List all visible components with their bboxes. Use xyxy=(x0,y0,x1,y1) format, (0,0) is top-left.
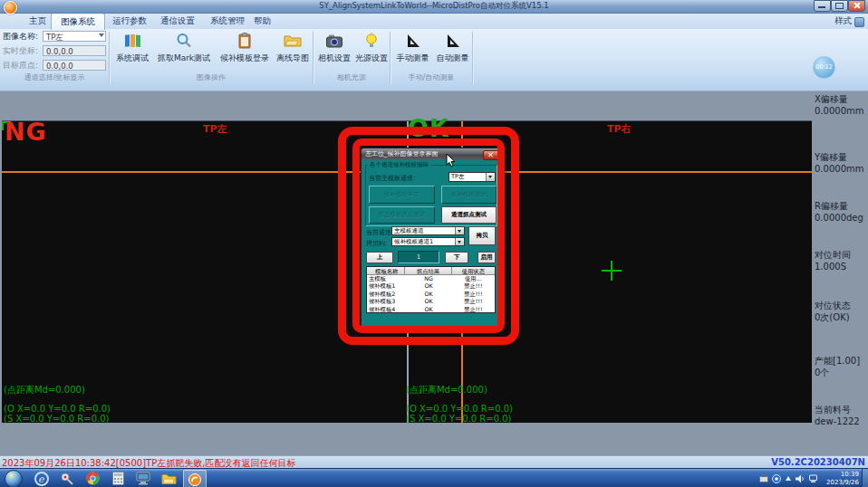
group-caption-channel: 通道选择/坐标显示 xyxy=(0,72,109,82)
svg-text:e: e xyxy=(38,473,45,485)
x-offset-item: X偏移量0.0000mm xyxy=(815,94,863,117)
table-row[interactable]: 候补模板4OK禁止!!! xyxy=(367,306,495,313)
dialog-close-button[interactable] xyxy=(483,150,499,161)
close-button[interactable] xyxy=(848,0,865,12)
align-app-taskbar-button[interactable] xyxy=(183,470,207,487)
tab-comm-settings[interactable]: 通信设置 xyxy=(151,13,204,29)
title-bar: SY_AlignSystemLinkToWorld--MicroDistPro自… xyxy=(0,0,868,14)
up-arrow-icon[interactable] xyxy=(785,475,792,482)
chrome-icon[interactable] xyxy=(82,470,103,487)
dialog-title[interactable]: 左工位_候补图像登录界面 xyxy=(362,148,501,160)
tab-run-params[interactable]: 运行参数 xyxy=(103,13,156,29)
app-tray-icon[interactable] xyxy=(772,474,781,483)
ie-icon[interactable]: e xyxy=(31,470,53,487)
align-time-item: 对位时间1.000S xyxy=(815,250,851,272)
speaker-icon[interactable] xyxy=(796,474,805,483)
calculator-icon[interactable] xyxy=(107,470,129,487)
set-square-icon xyxy=(405,31,421,51)
up-button[interactable]: 上 xyxy=(366,252,393,263)
computer-icon[interactable] xyxy=(132,470,154,487)
table-row[interactable]: 候补模板2OK禁止!!! xyxy=(367,291,495,298)
camera-icon xyxy=(325,31,343,51)
folder-icon[interactable] xyxy=(158,470,179,487)
clipboard-icon xyxy=(237,31,252,51)
maximize-icon xyxy=(835,3,844,9)
candidate-template-learn-button[interactable]: 候补模板学习 xyxy=(369,186,435,204)
realtime-coord-value: 0.0,0.0 xyxy=(43,45,106,56)
chevron-down-icon xyxy=(99,33,104,40)
style-icon[interactable] xyxy=(854,17,864,27)
groupbox-label: 各个通道候补模板编辑 xyxy=(368,161,430,169)
image-name-label: 图像名称: xyxy=(3,31,38,42)
mouse-cursor-icon xyxy=(446,154,457,172)
candidate-image-dialog: 左工位_候补图像登录界面 各个通道候补模板编辑 当前主模板通道: TP左 候补模… xyxy=(361,148,502,327)
books-icon xyxy=(123,31,141,51)
application-window: SY_AlignSystemLinkToWorld--MicroDistPro自… xyxy=(0,0,868,487)
show-desktop-button[interactable] xyxy=(862,469,868,487)
enable-button[interactable]: 启用 xyxy=(477,252,496,263)
align-status-item: 对位状态0次(OK) xyxy=(815,301,851,323)
timer-badge: 00:12 xyxy=(813,56,835,79)
manual-measure-button[interactable]: 手动测量 xyxy=(393,31,432,71)
chevron-down-icon xyxy=(455,238,464,245)
version-text: V50.2C20230407N xyxy=(771,457,865,467)
image-name-select[interactable]: TP左 xyxy=(43,31,106,42)
set-square-icon xyxy=(445,31,461,51)
candidate-template-test-button[interactable]: 候补模板测试 xyxy=(441,186,497,204)
window-title: SY_AlignSystemLinkToWorld--MicroDistPro自… xyxy=(0,1,868,12)
y-offset-item: Y偏移量0.0000mm xyxy=(815,152,863,175)
magnifier-icon xyxy=(176,31,192,51)
bulb-icon xyxy=(364,31,379,51)
taskbar-clock[interactable]: 10:39 2023/9/26 xyxy=(826,471,859,486)
folder-icon xyxy=(284,31,302,51)
minimize-button[interactable] xyxy=(814,0,831,12)
target-origin-label: 目标原点: xyxy=(3,60,38,71)
realtime-coord-label: 实时坐标: xyxy=(3,45,38,56)
light-settings-button[interactable]: 光源设置 xyxy=(353,31,390,71)
network-icon[interactable] xyxy=(809,474,819,483)
offline-map-button[interactable]: 离线导图 xyxy=(274,31,312,71)
table-row[interactable]: 候补模板1OK禁止!!! xyxy=(367,282,495,290)
template-table[interactable]: 模板名称 抓点结果 使用状态 主模板NG使用... 候补模板1OK禁止!!! 候… xyxy=(366,266,496,313)
copy-to-label: 拷贝到: xyxy=(366,239,387,248)
template-index-field[interactable]: 1 xyxy=(398,251,439,263)
left-readout-md: (点距离Md=0.000) xyxy=(4,384,85,396)
chevron-down-icon xyxy=(486,173,495,181)
tab-help[interactable]: 帮助 xyxy=(245,13,280,29)
ok-status-text: OK xyxy=(408,114,449,142)
current-channel-select[interactable]: 主模板通道 xyxy=(391,226,465,235)
table-row[interactable]: 候补模板3OK禁止!!! xyxy=(367,298,495,305)
table-header: 模板名称 抓点结果 使用状态 xyxy=(367,267,495,275)
main-template-channel-select[interactable]: TP左 xyxy=(448,172,496,182)
left-readout-o: (O X=0.0 Y=0.0 R=0.0) xyxy=(4,404,111,414)
tp-right-label: TP右 xyxy=(607,122,632,136)
remote-tool-icon[interactable] xyxy=(56,470,78,487)
camera-settings-button[interactable]: 相机设置 xyxy=(316,31,352,71)
system-debug-button[interactable]: 系统调试 xyxy=(112,31,152,71)
copy-to-select[interactable]: 候补模板通道1 xyxy=(391,237,465,246)
channel-grab-test-button[interactable]: 通道抓点测试 xyxy=(441,206,497,224)
auto-measure-button[interactable]: 自动测量 xyxy=(433,31,472,71)
briefcase-icon[interactable] xyxy=(759,474,768,482)
ng-status-text: NG xyxy=(5,118,47,146)
r-offset-item: R偏移量0.0000deg xyxy=(815,201,863,224)
group-caption-measure: 手动/自动测量 xyxy=(391,72,472,82)
center-readout-o: (O X=0.0 Y=0.0 R=0.0) xyxy=(406,404,513,414)
candidate-grab-test-button[interactable]: 候选模板抓点测试 xyxy=(369,206,435,224)
down-button[interactable]: 下 xyxy=(445,252,468,263)
chevron-down-icon xyxy=(455,227,464,234)
target-origin-value: 0.0,0.0 xyxy=(43,60,106,71)
copy-button[interactable]: 拷贝 xyxy=(468,226,496,245)
center-readout-md: (点距离Md=0.000) xyxy=(406,384,487,396)
capacity-item: 产能[1.00]0个 xyxy=(815,356,860,378)
style-button[interactable]: 样式 xyxy=(834,15,852,27)
candidate-template-login-button[interactable]: 候补模板登录 xyxy=(216,31,274,71)
grab-mark-test-button[interactable]: 抓取Mark测试 xyxy=(154,31,214,71)
tab-image-system[interactable]: 图像系统 xyxy=(51,13,105,30)
group-caption-camera-light: 相机光源 xyxy=(313,72,390,82)
maximize-button[interactable] xyxy=(831,0,848,12)
center-readout-s: (S X=0.0 Y=0.0 R=0.0) xyxy=(406,414,511,424)
main-template-channel-label: 当前主模板通道: xyxy=(369,174,415,183)
table-row[interactable]: 主模板NG使用... xyxy=(367,275,495,282)
start-button[interactable] xyxy=(5,470,23,487)
